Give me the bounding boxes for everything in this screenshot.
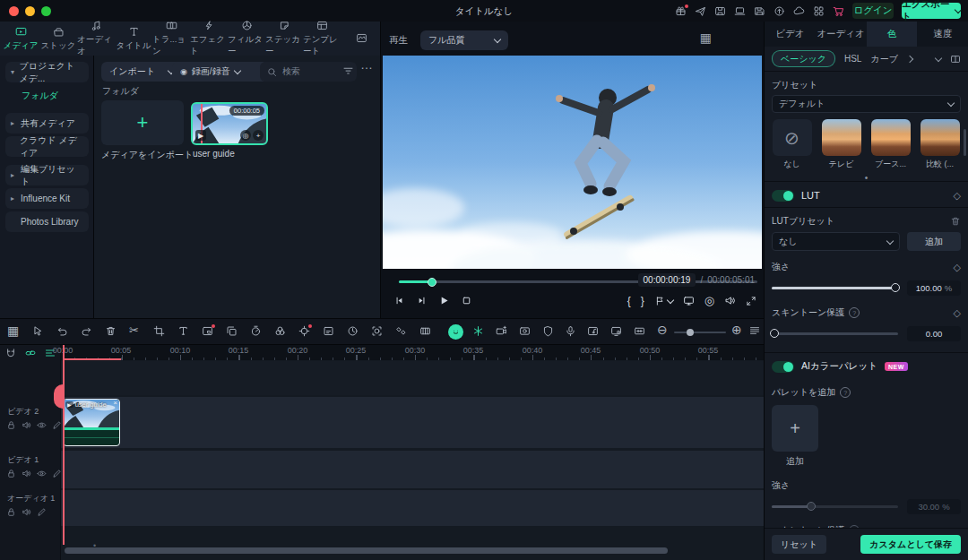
tab-stickers[interactable]: ステッカー [265,20,303,57]
audio-library-icon[interactable] [587,325,599,337]
previous-frame-button[interactable] [393,295,405,306]
slider-handle[interactable] [770,329,779,338]
subtab-hsl[interactable]: HSL [844,54,861,64]
tab-audio[interactable]: オーディオ [77,20,115,57]
preset-dropdown[interactable]: デフォルト [772,95,961,113]
mirror-display-icon[interactable] [683,295,695,306]
timeline-ruler[interactable]: 00:00 00:05 00:10 00:15 00:20 00:25 00:3… [61,345,764,360]
preset-boost[interactable]: ブース... [870,119,911,170]
share-icon[interactable] [695,5,706,17]
render-preview-icon[interactable] [419,325,431,337]
clip-speed-button[interactable]: ◎ [240,130,251,141]
edit-properties-icon[interactable] [323,325,334,337]
tab-stock[interactable]: ストック [39,26,77,52]
duration-icon[interactable] [347,325,359,337]
sidebar-item-shared-media[interactable]: ▸共有メディア [5,113,89,134]
ai-palette-toggle[interactable] [772,361,794,373]
edit-track-icon[interactable] [37,507,47,517]
timeline-zoom-slider[interactable] [674,332,726,333]
track-row-audio1[interactable] [61,490,764,526]
preset-contrast[interactable]: 比較 (... [920,119,960,170]
import-dropdown[interactable]: インポート [101,62,182,82]
add-palette-tile[interactable]: + [772,405,818,452]
track-row-video1[interactable] [61,451,764,488]
lut-select[interactable]: なし [772,232,900,251]
tab-audio-props[interactable]: オーディオ [816,22,867,47]
select-tool-icon[interactable] [32,325,44,337]
hide-icon[interactable] [37,420,47,430]
zoom-slider-handle[interactable] [687,329,694,336]
lock-icon[interactable] [6,469,16,478]
sidebar-item-folder[interactable]: フォルダ [5,85,89,106]
tab-filters[interactable]: フィルター [228,20,265,57]
tab-titles[interactable]: タイトル [115,26,152,52]
play-button[interactable] [438,295,450,306]
apps-icon[interactable] [813,5,825,17]
keyframe-diamond-icon[interactable]: ◇ [954,262,961,273]
pagination-dot[interactable]: • [865,173,869,183]
chevron-right-icon[interactable] [906,55,913,62]
lut-skin-value[interactable]: 0.00 [907,326,961,341]
mute-icon[interactable] [22,469,31,478]
import-media-tile[interactable]: + [101,100,184,145]
track-height-icon[interactable] [749,325,760,336]
save-custom-button[interactable]: カスタムとして保存 [860,535,961,554]
login-button[interactable]: ログイン [852,3,894,19]
sidebar-item-edit-presets[interactable]: ▸編集プリセット [5,165,89,185]
sidebar-item-influence-kit[interactable]: ▸Influence Kit [5,188,89,209]
scrubber-handle[interactable] [428,278,436,287]
pip-icon[interactable] [202,325,213,337]
copy-icon[interactable] [226,325,238,337]
track-row-video2[interactable] [61,397,764,448]
clip-add-button[interactable]: + [253,130,264,141]
lock-icon[interactable] [6,507,16,517]
ai-assistant-button[interactable] [448,324,463,340]
device-export-icon[interactable] [610,325,622,337]
fullscreen-icon[interactable] [746,296,756,306]
magnet-icon[interactable] [5,348,16,358]
clip-close-icon[interactable]: × [113,399,117,407]
crop-icon[interactable] [153,325,165,337]
playhead-marker[interactable] [54,384,63,409]
traffic-light-close[interactable] [9,6,19,16]
timeline-h-scrollbar[interactable] [65,547,668,554]
export-button[interactable]: エクスポート [902,3,961,19]
snapshot-icon[interactable]: ◎ [704,294,714,307]
stop-button[interactable] [461,295,472,306]
speed-icon[interactable] [250,325,262,337]
fit-timeline-icon[interactable] [634,325,645,337]
subtab-curve[interactable]: カーブ [870,53,897,65]
reframe-icon[interactable] [371,325,383,337]
record-dropdown[interactable]: ◉録画/録音 [172,62,269,82]
mute-icon[interactable] [22,507,31,517]
more-icon[interactable]: … [360,57,373,72]
marker-flag-dropdown[interactable] [654,296,673,306]
lut-strength-slider[interactable] [772,287,898,289]
lut-skin-slider[interactable] [772,332,898,335]
tab-templates[interactable]: テンプレート [303,20,341,57]
save-as-icon[interactable] [714,5,726,17]
tab-video[interactable]: ビデオ [765,22,816,47]
tab-color[interactable]: 色 [867,22,918,47]
trash-icon[interactable] [950,216,961,227]
device-preview-icon[interactable] [734,5,746,17]
sidebar-item-cloud-media[interactable]: クラウド メディア [5,136,89,157]
slider-handle[interactable] [891,283,900,292]
traffic-light-zoom[interactable] [41,6,51,16]
sidebar-item-photos-library[interactable]: Photos Library [5,211,89,232]
reset-button[interactable]: リセット [772,535,826,554]
next-frame-button[interactable] [416,295,428,306]
gift-icon[interactable] [675,5,687,17]
screen-record-icon[interactable] [496,325,507,337]
lock-icon[interactable] [6,420,16,430]
tab-media[interactable]: メディア [2,26,39,52]
sidebar-item-project-media[interactable]: ▾プロジェクトメデ... [5,62,89,82]
timeline-empty-row[interactable] [61,361,764,395]
media-clip-thumbnail[interactable]: 00:00:05 ◎ + ▶ [191,102,268,145]
zoom-out-icon[interactable]: ⊖ [657,323,668,337]
upload-icon[interactable] [774,5,785,17]
cloud-icon[interactable] [793,5,805,17]
delete-icon[interactable] [105,325,117,337]
timeline-clip-user-guide[interactable]: ▶ user guide × [63,399,120,446]
tab-transitions[interactable]: トラ...ョン [152,20,190,57]
